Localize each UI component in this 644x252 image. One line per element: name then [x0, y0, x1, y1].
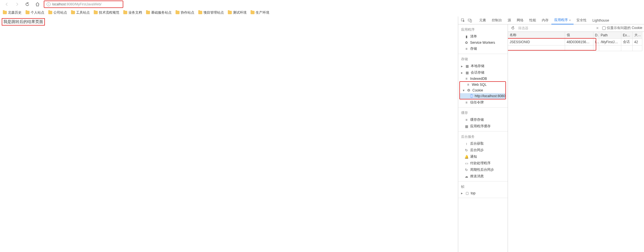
back-button[interactable] — [3, 0, 11, 8]
col-domain[interactable]: D... — [593, 32, 599, 39]
sidebar-item-push[interactable]: ☁推送消息 — [458, 173, 508, 180]
sidebar-item-notifications[interactable]: 🔔通知 — [458, 153, 508, 160]
sidebar-item-indexeddb[interactable]: ≡IndexedDB — [458, 76, 508, 82]
bookmark-item[interactable]: 北森历史 — [3, 10, 22, 15]
address-bar[interactable]: i localhost:8080/MyFirstJavaWeb/ — [44, 1, 123, 8]
bookmark-label: 协作站点 — [181, 10, 194, 15]
devtools-tab[interactable]: 性能 — [526, 16, 539, 24]
globe-icon: ⊕ — [470, 94, 473, 98]
filter-input[interactable] — [518, 26, 593, 30]
devtools-tab[interactable]: 应用程序× — [551, 16, 574, 24]
forward-button[interactable] — [13, 0, 21, 8]
folder-icon — [176, 11, 180, 14]
cell-name: JSESSIONID — [508, 39, 565, 45]
sidebar-item-cookie[interactable]: ▾❂Cookie — [460, 88, 505, 93]
sidebar-item-manifest[interactable]: ▮清单 — [458, 33, 508, 40]
home-button[interactable] — [34, 0, 41, 8]
sidebar-item-top-frame[interactable]: ▸▢top — [458, 190, 508, 196]
bookmark-item[interactable]: 技术流程规范 — [94, 10, 119, 15]
url-text: localhost:8080/MyFirstJavaWeb/ — [52, 2, 101, 6]
sidebar-item-service-workers[interactable]: ✿Service Workers — [458, 40, 508, 45]
sidebar-item-payment[interactable]: ▭付款处理程序 — [458, 160, 508, 166]
sidebar-item-local-storage[interactable]: ▸▦本地存储 — [458, 63, 508, 69]
devtools-tab[interactable]: 网络 — [514, 16, 526, 24]
sidebar-section-storage: 存储 — [458, 56, 508, 63]
bookmark-label: 业务文档 — [128, 10, 142, 15]
folder-icon — [123, 11, 127, 14]
database-icon: ≡ — [464, 47, 468, 51]
cookie-icon: ❂ — [467, 88, 471, 92]
folder-icon — [94, 11, 98, 14]
devtools-tab[interactable]: 源 — [505, 16, 514, 24]
sync-icon: ↻ — [464, 168, 468, 172]
devtools-tab[interactable]: 元素 — [476, 16, 489, 24]
sidebar-item-trust-tokens[interactable]: ≡信任令牌 — [458, 99, 508, 106]
reload-button[interactable] — [23, 0, 31, 8]
bookmark-item[interactable]: 工具站点 — [71, 10, 90, 15]
device-toggle-icon[interactable] — [467, 17, 473, 24]
col-expires[interactable]: Expir... — [621, 32, 632, 39]
bookmark-item[interactable]: 公司站点 — [48, 10, 67, 15]
svg-rect-2 — [470, 20, 472, 22]
col-path[interactable]: Path — [599, 32, 621, 39]
sync-icon: ↻ — [464, 148, 468, 152]
browser-navigation-bar: i localhost:8080/MyFirstJavaWeb/ — [0, 0, 644, 9]
devtools-sidebar: 应用程序 ▮清单 ✿Service Workers ≡存储 存储 ▸▦本地存储 … — [458, 24, 508, 252]
sidebar-item-websql[interactable]: ≡Web SQL — [460, 82, 505, 88]
bookmark-item[interactable]: 项目管理站点 — [198, 10, 224, 15]
bookmark-item[interactable]: 基础服务站点 — [146, 10, 172, 15]
sidebar-item-session-storage[interactable]: ▸▦会话存储 — [458, 69, 508, 76]
col-size[interactable]: 大小 — [632, 32, 642, 39]
col-name[interactable]: 名称 — [508, 32, 565, 39]
table-row[interactable] — [508, 45, 644, 51]
folder-icon — [3, 11, 7, 14]
grid-icon: ▦ — [465, 71, 469, 75]
devtools-tab[interactable]: 控制台 — [489, 16, 505, 24]
cell-domain: l... — [593, 39, 599, 45]
clear-filter-icon[interactable]: ✕ — [595, 26, 600, 30]
cell-path: /MyFirstJava... — [599, 39, 621, 45]
sidebar-section-app: 应用程序 — [458, 26, 508, 33]
cookies-toolbar: ✕ 仅显示有问题的 Cookie — [508, 24, 644, 32]
folder-icon — [48, 11, 52, 14]
bookmark-item[interactable]: 个人站点 — [26, 10, 44, 15]
folder-icon — [198, 11, 202, 14]
bookmarks-bar: 北森历史个人站点公司站点工具站点技术流程规范业务文档基础服务站点协作站点项目管理… — [0, 9, 644, 16]
sidebar-item-bg-fetch[interactable]: ↕后台获取 — [458, 140, 508, 147]
bookmark-item[interactable]: 业务文档 — [123, 10, 142, 15]
table-row[interactable]: JSESSIONID 48D03081569D930... l... /MyFi… — [508, 39, 644, 45]
result-text: 我是跳转后的结果页面 — [2, 18, 45, 26]
folder-icon — [251, 11, 255, 14]
bookmark-label: 工具站点 — [76, 10, 90, 15]
close-icon[interactable]: × — [569, 18, 571, 22]
bookmark-item[interactable]: 生产环境 — [251, 10, 269, 15]
sidebar-item-cookie-host[interactable]: ⊕http://localhost:8080 — [460, 93, 505, 99]
sidebar-item-app-cache[interactable]: ▦应用程序缓存 — [458, 123, 508, 130]
col-value[interactable]: 值 — [565, 32, 593, 39]
bookmark-item[interactable]: 测试环境 — [228, 10, 247, 15]
only-issues-checkbox[interactable]: 仅显示有问题的 Cookie — [602, 26, 642, 30]
bookmark-label: 技术流程规范 — [99, 10, 119, 15]
bell-icon: 🔔 — [464, 155, 468, 159]
refresh-icon[interactable] — [510, 25, 516, 31]
folder-icon — [26, 11, 30, 14]
devtools-tab[interactable]: 内存 — [539, 16, 551, 24]
bookmark-label: 测试环境 — [233, 10, 247, 15]
sidebar-section-frames: 帧 — [458, 183, 508, 190]
devtools-tab[interactable]: Lighthouse — [589, 16, 612, 24]
sidebar-item-bg-sync[interactable]: ↻后台同步 — [458, 147, 508, 153]
sidebar-item-cache-storage[interactable]: ≡缓存存储 — [458, 116, 508, 123]
bookmark-label: 基础服务站点 — [151, 10, 172, 15]
grid-icon: ▦ — [465, 64, 469, 68]
sidebar-item-periodic-sync[interactable]: ↻周期性后台同步 — [458, 166, 508, 173]
sidebar-item-storage[interactable]: ≡存储 — [458, 45, 508, 52]
devtools-panel: 元素控制台源网络性能内存应用程序×安全性Lighthouse 应用程序 ▮清单 … — [458, 16, 644, 252]
inspect-icon[interactable] — [460, 17, 466, 24]
database-icon: ≡ — [464, 77, 468, 81]
bookmark-item[interactable]: 协作站点 — [176, 10, 194, 15]
folder-icon — [228, 11, 232, 14]
devtools-tabs: 元素控制台源网络性能内存应用程序×安全性Lighthouse — [458, 16, 644, 24]
grid-icon: ▦ — [464, 124, 468, 128]
devtools-tab[interactable]: 安全性 — [574, 16, 589, 24]
transfer-icon: ↕ — [464, 142, 468, 146]
